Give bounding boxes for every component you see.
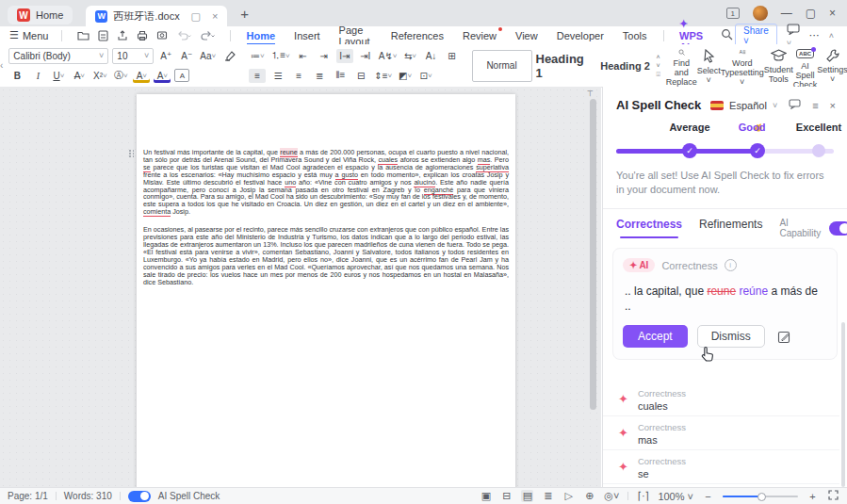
page-indicator[interactable]: Page: 1/1	[8, 491, 48, 501]
decrease-indent-button[interactable]: ⇤	[295, 49, 312, 63]
style-heading1[interactable]: Heading 1	[536, 51, 595, 81]
ai-capability-toggle[interactable]	[829, 221, 847, 236]
styles-more-icon[interactable]: ⍗	[657, 71, 660, 78]
style-heading2[interactable]: Heading 2	[598, 51, 653, 81]
font-name-select[interactable]: Calibri (Body)˅	[8, 48, 108, 64]
strikethrough-button[interactable]: A˅	[71, 69, 88, 83]
suggestion-item[interactable]: ✦Correctnessse	[603, 450, 839, 484]
feedback-icon[interactable]	[789, 99, 801, 111]
main-menu-button[interactable]: ☰ Menu	[9, 29, 48, 41]
grid-button[interactable]: ⊟	[352, 69, 369, 83]
tab-stop-button[interactable]: ⇥I	[357, 49, 374, 63]
find-replace-button[interactable]: Find and Replace	[666, 44, 697, 87]
open-file-icon[interactable]	[77, 30, 90, 41]
word-count[interactable]: Words: 310	[64, 491, 112, 501]
language-select[interactable]: Español	[729, 100, 767, 111]
page-flip-icon[interactable]: ⊟	[500, 490, 513, 502]
focus-mode-icon[interactable]: ⌈·⌉	[637, 490, 649, 502]
tab-home[interactable]: W Home	[8, 6, 73, 24]
tab-float-icon[interactable]: ▢	[191, 10, 201, 23]
level-good-label[interactable]: Good	[752, 122, 763, 133]
line-spacing-button[interactable]: ⇕≡˅	[373, 69, 393, 83]
styles-down-icon[interactable]: ˅	[657, 62, 660, 69]
more-options-icon[interactable]: ⋯	[809, 29, 820, 41]
align-left-button[interactable]: ≡	[249, 69, 266, 83]
ltr-text-button[interactable]: I⇥	[336, 49, 353, 63]
spellcheck-toggle[interactable]	[128, 491, 151, 502]
font-color-button[interactable]: A˅	[154, 69, 171, 83]
shrink-font-button[interactable]: A⁻	[178, 49, 195, 63]
ruler-toggle-icon[interactable]: ⊤	[587, 89, 594, 98]
paragraph[interactable]: Un festival más importante de la capital…	[143, 149, 509, 216]
shading-button[interactable]: ◩˅	[397, 69, 414, 83]
slider-stop-excellent[interactable]	[812, 144, 825, 157]
outline-view-icon[interactable]: ≣	[542, 490, 554, 502]
new-doc-icon[interactable]	[98, 30, 108, 41]
italic-button[interactable]: I	[29, 69, 46, 83]
maximize-button[interactable]: ▢	[806, 7, 816, 20]
page-setup-icon[interactable]: ▣	[480, 490, 492, 502]
export-icon[interactable]	[117, 30, 128, 41]
user-avatar[interactable]	[753, 6, 768, 21]
character-scale-button[interactable]: A↯˅	[378, 49, 399, 63]
tab-document[interactable]: W 西班牙语.docx ▢ ×	[86, 6, 227, 26]
suggestion-item[interactable]: ✦Correctnessmas	[603, 416, 839, 450]
menu-item-home[interactable]: Home	[238, 30, 285, 41]
settings-button[interactable]: Settings ˅	[817, 44, 847, 87]
grow-font-button[interactable]: A⁺	[157, 49, 174, 63]
bullet-list-button[interactable]: ≔˅	[249, 49, 266, 63]
level-average-label[interactable]: Average	[669, 122, 709, 133]
justify-button[interactable]: ≣	[311, 69, 328, 83]
paragraph-drag-handle[interactable]	[129, 150, 135, 157]
paragraph[interactable]: En ocasiones, al pasearse por el recinto…	[143, 226, 509, 285]
print-icon[interactable]	[137, 30, 148, 41]
zoom-in-button[interactable]: +	[806, 491, 819, 502]
misspelled-word[interactable]: comienta	[143, 207, 171, 217]
menu-item-tools[interactable]: Tools	[614, 30, 656, 41]
underline-button[interactable]: U˅	[50, 69, 67, 83]
styles-up-icon[interactable]: ˄	[657, 54, 660, 60]
zoom-level[interactable]: 100% ˅	[658, 491, 693, 502]
document-scrollbar[interactable]: ⊤	[590, 96, 596, 480]
panel-close-icon[interactable]: ×	[830, 100, 836, 111]
word-typesetting-button[interactable]: A Word Typesetting ˅	[721, 44, 764, 87]
ai-spell-check-button[interactable]: ABC AI Spell Check	[793, 44, 818, 87]
dismiss-button[interactable]: Dismiss	[697, 325, 765, 348]
show-marks-button[interactable]: ⊞	[444, 49, 461, 63]
document-text[interactable]: Un festival más importante de la capital…	[143, 149, 509, 296]
document-page[interactable]: Un festival más importante de la capital…	[137, 94, 515, 488]
print-layout-icon[interactable]: ▤	[521, 490, 533, 502]
strictness-slider[interactable]: ✓ ✓	[616, 142, 834, 159]
menu-item-page-layout[interactable]: Page Layout	[331, 24, 381, 47]
align-center-button[interactable]: ☰	[269, 69, 286, 83]
style-normal[interactable]: Normal	[472, 50, 532, 82]
chevron-down-icon[interactable]: ˅	[773, 101, 777, 110]
undo-icon[interactable]	[176, 30, 191, 41]
bold-button[interactable]: B	[8, 69, 25, 83]
superscript-button[interactable]: X²˅	[91, 69, 108, 83]
search-icon[interactable]	[721, 28, 733, 42]
numbered-list-button[interactable]: ⒈≡˅	[269, 49, 291, 63]
edit-suggestion-icon[interactable]	[774, 326, 795, 347]
window-manage-icon[interactable]: 1	[726, 8, 740, 19]
suggestion-item[interactable]: ✦Correctnesscuales	[603, 382, 839, 416]
menu-item-developer[interactable]: Developer	[548, 30, 612, 41]
font-size-select[interactable]: 10˅	[112, 48, 154, 64]
panel-menu-icon[interactable]: ≡	[812, 100, 818, 111]
menu-item-references[interactable]: References	[383, 30, 452, 41]
scrollbar-thumb[interactable]	[590, 99, 596, 410]
collapse-ribbon-icon[interactable]: ˄	[829, 31, 834, 41]
fit-screen-icon[interactable]	[827, 490, 839, 502]
print-preview-icon[interactable]	[156, 30, 168, 41]
minimize-button[interactable]: —	[781, 7, 792, 20]
sort-button[interactable]: A↓	[423, 49, 440, 63]
borders-button[interactable]: ⊡˅	[417, 69, 434, 83]
panel-scrollbar[interactable]	[841, 322, 845, 487]
select-button[interactable]: Select ˅	[697, 44, 721, 87]
tab-refinements[interactable]: Refinements	[699, 218, 762, 238]
student-tools-button[interactable]: Student Tools	[764, 44, 793, 87]
web-layout-icon[interactable]: ⊕	[583, 490, 595, 502]
redo-icon[interactable]	[200, 30, 215, 41]
zoom-out-button[interactable]: −	[702, 491, 714, 502]
slider-stop-good[interactable]: ✓	[750, 143, 765, 158]
